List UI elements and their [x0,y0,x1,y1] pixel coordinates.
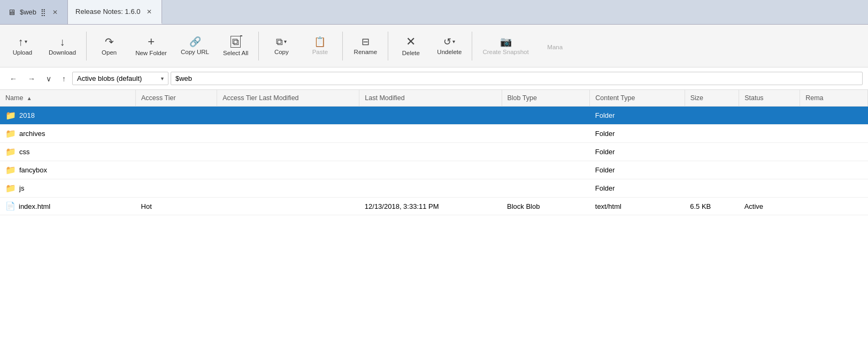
download-button[interactable]: ↓ Download [43,33,82,59]
folder-icon: 📁 [5,147,16,157]
table-row[interactable]: 📁fancyboxFolder [0,161,868,179]
nav-dropdown-button[interactable]: ∨ [42,72,56,85]
table-row[interactable]: 📁2018Folder [0,107,868,125]
upload-button[interactable]: ↑▾ Upload [4,33,41,59]
select-all-button[interactable]: ⧉ Select All [217,32,254,60]
upload-label: Upload [13,49,32,56]
tab-bar: 🖥 $web ⣿ ✕ Release Notes: 1.6.0 ✕ [0,0,868,25]
col-header-access-tier[interactable]: Access Tier [136,90,217,107]
cell-size [685,143,739,161]
cell-status [739,125,800,143]
open-button[interactable]: ↷ Open [91,33,127,59]
create-snapshot-icon: 📷 [500,37,512,47]
select-all-icon: ⧉ [231,36,241,48]
col-header-content-type[interactable]: Content Type [590,90,685,107]
cell-status [739,161,800,179]
create-snapshot-button[interactable]: 📷 Create Snapshot [477,33,534,59]
nav-filter-select[interactable]: Active blobs (default) All blobs Deleted… [72,72,168,85]
cell-access-tier-last-modified [217,179,359,198]
nav-up-button[interactable]: ↑ [58,72,70,85]
cell-last-modified [359,107,502,125]
nav-back-button[interactable]: ← [5,72,21,85]
cell-access-tier-last-modified [217,125,359,143]
cell-name: 📁fancybox [0,161,136,179]
tab-web[interactable]: 🖥 $web ⣿ ✕ [0,0,68,24]
cell-blob-type [502,107,590,125]
copy-url-button[interactable]: 🔗 Copy URL [175,33,215,59]
toolbar-divider-3 [342,32,343,61]
cell-remaining [800,198,868,215]
rename-button[interactable]: ⊟ Rename [347,33,383,59]
cell-content-type: Folder [590,161,685,179]
toolbar: ↑▾ Upload ↓ Download ↷ Open + New Folder… [0,25,868,67]
tab-web-icon: 🖥 [7,7,16,17]
copy-icon: ⧉▾ [276,37,287,47]
cell-name-text: fancybox [19,166,47,174]
folder-icon: 📁 [5,129,16,139]
cell-content-type: Folder [590,143,685,161]
cell-last-modified [359,125,502,143]
manage-label: Mana [547,44,563,50]
cell-access-tier [136,143,217,161]
delete-label: Delete [402,50,420,56]
col-header-status[interactable]: Status [739,90,800,107]
tab-release-notes[interactable]: Release Notes: 1.6.0 ✕ [68,0,162,24]
col-header-access-tier-last-modified[interactable]: Access Tier Last Modified [217,90,359,107]
new-folder-icon: + [148,36,155,48]
cell-access-tier [136,161,217,179]
cell-remaining [800,143,868,161]
copy-button[interactable]: ⧉▾ Copy [263,33,299,59]
file-icon: 📄 [5,201,16,211]
cell-last-modified: 12/13/2018, 3:33:11 PM [359,198,502,215]
delete-button[interactable]: ✕ Delete [393,32,429,60]
col-header-name[interactable]: Name ▲ [0,90,136,107]
rename-label: Rename [354,49,377,55]
cell-remaining [800,107,868,125]
folder-icon: 📁 [5,183,16,193]
manage-button[interactable]: Mana [537,38,573,54]
table-header-row: Name ▲ Access Tier Access Tier Last Modi… [0,90,868,107]
delete-icon: ✕ [406,36,416,48]
cell-blob-type [502,179,590,198]
paste-button[interactable]: 📋 Paste [302,33,338,59]
rename-icon: ⊟ [362,37,370,47]
nav-path-input[interactable] [171,72,863,85]
file-table-area: Name ▲ Access Tier Access Tier Last Modi… [0,90,868,355]
folder-icon: 📁 [5,110,16,120]
cell-access-tier: Hot [136,198,217,215]
cell-last-modified [359,179,502,198]
paste-label: Paste [312,49,328,55]
col-header-remaining[interactable]: Rema [800,90,868,107]
undelete-button[interactable]: ↺▾ Undelete [431,33,467,59]
nav-filter-wrap: Active blobs (default) All blobs Deleted… [72,72,168,85]
cell-status [739,143,800,161]
table-row[interactable]: 📁archivesFolder [0,125,868,143]
cell-size [685,179,739,198]
cell-access-tier-last-modified [217,161,359,179]
cell-size: 6.5 KB [685,198,739,215]
col-header-size[interactable]: Size [685,90,739,107]
undelete-label: Undelete [437,49,462,55]
cell-name: 📁css [0,143,136,161]
toolbar-divider-2 [258,32,259,61]
table-row[interactable]: 📁cssFolder [0,143,868,161]
cell-name: 📁2018 [0,107,136,125]
tab-web-close[interactable]: ✕ [50,8,60,17]
toolbar-divider-5 [472,32,472,61]
cell-name: 📁js [0,179,136,198]
new-folder-button[interactable]: + New Folder [129,32,173,60]
copy-url-icon: 🔗 [189,37,201,47]
nav-forward-button[interactable]: → [24,72,40,85]
tab-release-notes-close[interactable]: ✕ [144,7,154,16]
table-row[interactable]: 📁jsFolder [0,179,868,198]
create-snapshot-label: Create Snapshot [482,49,528,55]
paste-icon: 📋 [314,37,326,47]
col-header-blob-type[interactable]: Blob Type [502,90,590,107]
select-all-label: Select All [223,50,248,56]
cell-blob-type [502,125,590,143]
cell-name-text: index.html [19,202,50,210]
col-header-last-modified[interactable]: Last Modified [359,90,502,107]
cell-name-text: archives [19,130,45,138]
table-row[interactable]: 📄index.htmlHot12/13/2018, 3:33:11 PMBloc… [0,198,868,215]
cell-content-type: Folder [590,107,685,125]
